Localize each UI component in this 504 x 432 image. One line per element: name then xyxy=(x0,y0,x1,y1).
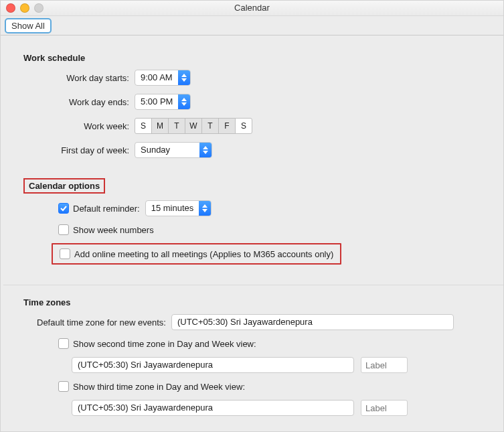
svg-marker-1 xyxy=(181,78,187,82)
second-tz-row: Show second time zone in Day and Week vi… xyxy=(58,338,483,349)
second-tz-label-input xyxy=(361,357,408,373)
weekday-toggle-3[interactable]: W xyxy=(185,118,202,134)
svg-marker-4 xyxy=(203,146,208,149)
stepper-icon xyxy=(199,143,212,157)
second-tz-label: Show second time zone in Day and Week vi… xyxy=(73,339,256,349)
svg-marker-7 xyxy=(202,209,207,212)
second-tz-select[interactable]: (UTC+05:30) Sri Jayawardenepura xyxy=(72,357,354,373)
weekday-toggle-2[interactable]: T xyxy=(168,118,185,134)
stepper-icon xyxy=(341,401,353,415)
first-day-of-week-value: Sunday xyxy=(135,143,199,157)
show-week-numbers-label: Show week numbers xyxy=(73,225,154,235)
work-schedule-heading: Work schedule xyxy=(23,53,483,63)
work-week-label: Work week: xyxy=(23,121,135,131)
svg-marker-5 xyxy=(203,151,208,154)
preferences-window: Calendar Show All Work schedule Work day… xyxy=(0,0,504,432)
default-reminder-select[interactable]: 15 minutes xyxy=(145,200,212,216)
default-reminder-label: Default reminder: xyxy=(73,204,140,214)
third-tz-row: Show third time zone in Day and Week vie… xyxy=(58,381,483,392)
third-tz-label-input xyxy=(361,400,408,416)
show-week-numbers-row: Show week numbers xyxy=(58,224,483,235)
svg-marker-10 xyxy=(341,358,347,361)
add-online-meeting-checkbox[interactable] xyxy=(60,248,70,259)
work-day-starts-select[interactable]: 9:00 AM xyxy=(135,70,191,86)
content: Work schedule Work day starts: 9:00 AM W… xyxy=(1,35,503,432)
show-all-button[interactable]: Show All xyxy=(5,18,52,33)
svg-marker-11 xyxy=(341,362,347,366)
default-reminder-row: Default reminder: 15 minutes xyxy=(58,200,483,216)
second-tz-value: (UTC+05:30) Sri Jayawardenepura xyxy=(72,358,341,372)
third-tz-select[interactable]: (UTC+05:30) Sri Jayawardenepura xyxy=(72,400,354,416)
stepper-icon xyxy=(178,70,190,85)
stepper-icon xyxy=(178,94,190,109)
weekday-toggle-6[interactable]: S xyxy=(235,118,252,134)
first-day-of-week-select[interactable]: Sunday xyxy=(135,142,212,158)
work-day-ends-select[interactable]: 5:00 PM xyxy=(135,94,191,110)
work-day-ends-label: Work day ends: xyxy=(23,97,135,107)
default-time-zone-select[interactable]: (UTC+05:30) Sri Jayawardenepura xyxy=(171,314,454,330)
window-title: Calendar xyxy=(1,1,503,15)
svg-marker-12 xyxy=(341,401,347,404)
time-zones-heading: Time zones xyxy=(23,297,483,307)
calendar-options-highlight: Calendar options xyxy=(23,178,105,194)
calendar-options-heading: Calendar options xyxy=(29,181,100,191)
svg-marker-13 xyxy=(341,405,347,409)
svg-marker-9 xyxy=(441,319,446,323)
stepper-icon xyxy=(441,315,453,330)
titlebar: Calendar xyxy=(1,1,503,16)
default-reminder-checkbox[interactable] xyxy=(58,203,69,214)
first-day-of-week-label: First day of week: xyxy=(23,145,135,155)
add-online-meeting-highlight: Add online meeting to all meetings (Appl… xyxy=(52,243,341,265)
show-week-numbers-checkbox[interactable] xyxy=(58,224,69,235)
svg-marker-2 xyxy=(181,98,187,101)
work-day-starts-label: Work day starts: xyxy=(23,73,135,83)
default-reminder-value: 15 minutes xyxy=(146,201,199,216)
work-day-starts-value: 9:00 AM xyxy=(135,70,178,85)
weekday-toggle-4[interactable]: T xyxy=(201,118,219,134)
work-week-toggle-group: SMTWTFS xyxy=(135,118,252,134)
third-tz-label: Show third time zone in Day and Week vie… xyxy=(73,382,245,392)
stepper-icon xyxy=(341,358,353,372)
second-tz-checkbox[interactable] xyxy=(58,338,69,349)
svg-marker-6 xyxy=(202,204,207,208)
add-online-meeting-label: Add online meeting to all meetings (Appl… xyxy=(74,249,333,259)
weekday-toggle-1[interactable]: M xyxy=(151,118,169,134)
section-divider xyxy=(3,285,503,285)
stepper-icon xyxy=(199,201,211,216)
weekday-toggle-0[interactable]: S xyxy=(135,118,152,134)
work-day-ends-value: 5:00 PM xyxy=(135,94,178,109)
svg-marker-0 xyxy=(181,74,187,77)
svg-marker-3 xyxy=(181,102,187,106)
toolbar: Show All xyxy=(1,16,503,35)
default-time-zone-label: Default time zone for new events: xyxy=(37,317,171,328)
third-tz-checkbox[interactable] xyxy=(58,381,69,392)
svg-marker-8 xyxy=(441,315,446,318)
third-tz-value: (UTC+05:30) Sri Jayawardenepura xyxy=(72,401,341,415)
default-time-zone-value: (UTC+05:30) Sri Jayawardenepura xyxy=(172,315,441,330)
weekday-toggle-5[interactable]: F xyxy=(218,118,236,134)
